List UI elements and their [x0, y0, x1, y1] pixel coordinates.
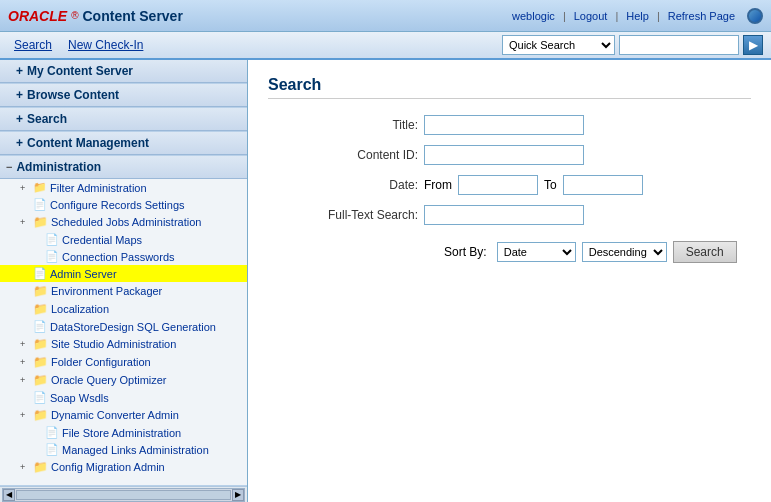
- sidebar-section-content-mgmt: Content Management: [0, 132, 247, 156]
- file-store-link[interactable]: File Store Administration: [62, 427, 181, 439]
- from-label: From: [424, 178, 452, 192]
- sidebar-section-search: Search: [0, 108, 247, 132]
- localization-link[interactable]: Localization: [51, 303, 109, 315]
- tree-item-folder-config[interactable]: + 📁 Folder Configuration: [0, 353, 247, 371]
- credential-maps-link[interactable]: Credential Maps: [62, 234, 142, 246]
- config-migration-link[interactable]: Config Migration Admin: [51, 461, 165, 473]
- env-packager-link[interactable]: Environment Packager: [51, 285, 162, 297]
- folder-icon-oracle-query: 📁: [33, 373, 48, 387]
- tree-item-site-studio[interactable]: + 📁 Site Studio Administration: [0, 335, 247, 353]
- date-from-input[interactable]: [458, 175, 538, 195]
- site-studio-link[interactable]: Site Studio Administration: [51, 338, 176, 350]
- datastore-link[interactable]: DataStoreDesign SQL Generation: [50, 321, 216, 333]
- folder-config-link[interactable]: Folder Configuration: [51, 356, 151, 368]
- connection-passwords-link[interactable]: Connection Passwords: [62, 251, 175, 263]
- tree-item-configure-records[interactable]: 📄 Configure Records Settings: [0, 196, 247, 213]
- content-id-row: Content ID:: [288, 145, 751, 165]
- tree-item-oracle-query[interactable]: + 📁 Oracle Query Optimizer: [0, 371, 247, 389]
- sidebar: My Content Server Browse Content Search …: [0, 60, 248, 502]
- tree-item-connection-passwords[interactable]: 📄 Connection Passwords: [0, 248, 247, 265]
- sort-by-label: Sort By:: [444, 245, 487, 259]
- content-mgmt-label: Content Management: [27, 136, 149, 150]
- admin-server-link[interactable]: Admin Server: [50, 268, 117, 280]
- browse-label: Browse Content: [27, 88, 119, 102]
- title-label: Title:: [288, 118, 418, 132]
- page-icon-soap: 📄: [33, 391, 47, 404]
- scroll-right-btn[interactable]: ▶: [232, 489, 244, 501]
- tree-item-soap-wsdls[interactable]: 📄 Soap Wsdls: [0, 389, 247, 406]
- tree-item-managed-links[interactable]: 📄 Managed Links Administration: [0, 441, 247, 458]
- search-submit-btn[interactable]: Search: [673, 241, 737, 263]
- folder-icon-local: 📁: [33, 302, 48, 316]
- content-id-label: Content ID:: [288, 148, 418, 162]
- dynamic-converter-link[interactable]: Dynamic Converter Admin: [51, 409, 179, 421]
- toolbar: Search New Check-In Quick Search Full Te…: [0, 32, 771, 60]
- content-id-input[interactable]: [424, 145, 584, 165]
- managed-links-link[interactable]: Managed Links Administration: [62, 444, 209, 456]
- horizontal-scrollbar[interactable]: ◀ ▶: [0, 486, 247, 502]
- to-label: To: [544, 178, 557, 192]
- sidebar-section-header-content-mgmt[interactable]: Content Management: [0, 132, 247, 155]
- soap-wsdls-link[interactable]: Soap Wsdls: [50, 392, 109, 404]
- tree-item-admin-server[interactable]: 📄 Admin Server: [0, 265, 247, 282]
- sidebar-section-header-search[interactable]: Search: [0, 108, 247, 131]
- filter-admin-link[interactable]: Filter Administration: [50, 182, 147, 194]
- refresh-link[interactable]: Refresh Page: [668, 10, 735, 22]
- admin-section-label: Administration: [16, 160, 101, 174]
- search-go-btn[interactable]: ▶: [743, 35, 763, 55]
- folder-icon-dynamic: 📁: [33, 408, 48, 422]
- admin-tree: + 📁 Filter Administration 📄 Configure Re…: [0, 179, 247, 485]
- date-inputs: From To: [424, 175, 643, 195]
- page-icon-datastore: 📄: [33, 320, 47, 333]
- tree-item-env-packager[interactable]: 📁 Environment Packager: [0, 282, 247, 300]
- search-form: Title: Content ID: Date: From To: [288, 115, 751, 263]
- title-input[interactable]: [424, 115, 584, 135]
- tree-item-credential-maps[interactable]: 📄 Credential Maps: [0, 231, 247, 248]
- tree-item-config-migration[interactable]: + 📁 Config Migration Admin: [0, 458, 247, 476]
- sort-row: Sort By: Date Content ID Title Author De…: [444, 241, 751, 263]
- scroll-thumb: [16, 490, 231, 500]
- sidebar-section-browse: Browse Content: [0, 84, 247, 108]
- date-label: Date:: [288, 178, 418, 192]
- top-search-input[interactable]: [619, 35, 739, 55]
- my-content-label: My Content Server: [27, 64, 133, 78]
- search-toolbar-btn[interactable]: Search: [8, 36, 58, 54]
- oracle-logo-text: ORACLE: [8, 8, 67, 24]
- app-header: ORACLE ® Content Server weblogic | Logou…: [0, 0, 771, 32]
- configure-records-link[interactable]: Configure Records Settings: [50, 199, 185, 211]
- oracle-query-link[interactable]: Oracle Query Optimizer: [51, 374, 167, 386]
- sidebar-section-header-browse[interactable]: Browse Content: [0, 84, 247, 107]
- sort-select[interactable]: Date Content ID Title Author: [497, 242, 576, 262]
- logout-link[interactable]: Logout: [574, 10, 608, 22]
- page-icon-admin-server: 📄: [33, 267, 47, 280]
- main-layout: My Content Server Browse Content Search …: [0, 60, 771, 502]
- header-right: weblogic | Logout | Help | Refresh Page: [512, 8, 763, 24]
- content-title: Search: [268, 76, 751, 99]
- tree-item-file-store[interactable]: 📄 File Store Administration: [0, 424, 247, 441]
- new-checkin-btn[interactable]: New Check-In: [62, 36, 149, 54]
- page-icon-managed-links: 📄: [45, 443, 59, 456]
- scheduled-jobs-link[interactable]: Scheduled Jobs Administration: [51, 216, 201, 228]
- tree-item-localization[interactable]: 📁 Localization: [0, 300, 247, 318]
- page-icon-file-store: 📄: [45, 426, 59, 439]
- order-select[interactable]: Descending Ascending: [582, 242, 667, 262]
- admin-header[interactable]: − Administration: [0, 156, 247, 179]
- scroll-left-btn[interactable]: ◀: [3, 489, 15, 501]
- folder-icon-site-studio: 📁: [33, 337, 48, 351]
- tree-item-filter-admin[interactable]: + 📁 Filter Administration: [0, 179, 247, 196]
- quick-search-select[interactable]: Quick Search Full Text Search Advanced S…: [502, 35, 615, 55]
- go-arrow-icon: ▶: [749, 38, 758, 52]
- page-icon-connection: 📄: [45, 250, 59, 263]
- date-to-input[interactable]: [563, 175, 643, 195]
- tree-item-dynamic-converter[interactable]: + 📁 Dynamic Converter Admin: [0, 406, 247, 424]
- fulltext-input[interactable]: [424, 205, 584, 225]
- tree-item-scheduled-jobs[interactable]: + 📁 Scheduled Jobs Administration: [0, 213, 247, 231]
- sidebar-section-header-my-content[interactable]: My Content Server: [0, 60, 247, 83]
- logo: ORACLE ® Content Server: [8, 8, 183, 24]
- user-link[interactable]: weblogic: [512, 10, 555, 22]
- toolbar-right: Quick Search Full Text Search Advanced S…: [502, 35, 763, 55]
- tree-item-datastore[interactable]: 📄 DataStoreDesign SQL Generation: [0, 318, 247, 335]
- help-link[interactable]: Help: [626, 10, 649, 22]
- content-area: Search Title: Content ID: Date: From To: [248, 60, 771, 502]
- status-indicator: [747, 8, 763, 24]
